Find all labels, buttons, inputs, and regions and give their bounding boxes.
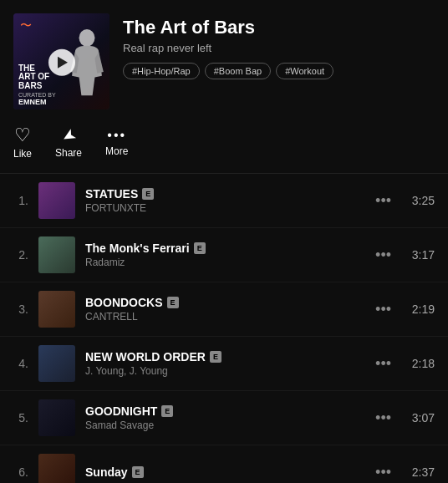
playlist-subtitle: Real rap never left (123, 42, 435, 54)
track-title: The Monk's Ferrari E (85, 242, 359, 255)
track-duration: 3:07 (408, 411, 435, 425)
share-label: Share (55, 147, 82, 159)
explicit-badge: E (132, 466, 144, 478)
explicit-badge: E (142, 188, 154, 200)
more-icon: ••• (107, 129, 126, 142)
track-info: NEW WORLD ORDER E J. Young, J. Young (85, 350, 359, 377)
track-info: BOONDOCKS E CANTRELL (85, 296, 359, 323)
track-number: 1. (13, 194, 28, 207)
play-icon (58, 56, 68, 68)
track-row[interactable]: 6. Sunday E ••• 2:37 (0, 445, 448, 483)
like-label: Like (13, 148, 32, 160)
track-thumbnail (38, 454, 75, 483)
explicit-badge: E (161, 405, 173, 417)
track-row[interactable]: 1. STATUES E FORTUNXTE ••• 3:25 (0, 174, 448, 228)
playlist-title: The Art of Bars (123, 17, 435, 38)
waveform-icon: 〜 (20, 18, 32, 33)
track-artist: FORTUNXTE (85, 202, 359, 214)
track-number: 2. (13, 248, 28, 262)
track-artist: Radamiz (85, 257, 359, 268)
track-info: GOODNIGHT E Samad Savage (85, 404, 359, 431)
track-title: GOODNIGHT E (85, 404, 359, 418)
track-info: The Monk's Ferrari E Radamiz (85, 242, 359, 268)
track-duration: 3:25 (408, 194, 435, 207)
like-button[interactable]: ♡ Like (13, 126, 32, 160)
track-thumbnail (38, 291, 75, 328)
share-icon: ➤ (59, 125, 79, 146)
track-more-button[interactable]: ••• (369, 460, 398, 484)
track-artist: Samad Savage (85, 419, 359, 431)
track-thumbnail (38, 182, 75, 219)
explicit-badge: E (167, 297, 179, 308)
track-number: 4. (13, 357, 28, 370)
track-info: Sunday E (85, 465, 359, 479)
track-duration: 3:17 (408, 248, 435, 262)
track-list: 1. STATUES E FORTUNXTE ••• 3:25 2. The M… (0, 174, 448, 483)
track-number: 6. (13, 465, 28, 479)
tag-item[interactable]: #Boom Bap (205, 63, 271, 79)
track-more-button[interactable]: ••• (369, 243, 398, 267)
explicit-badge: E (194, 242, 206, 254)
album-art: 〜 THEART OFBARS CURATED BY EMNEM (13, 13, 109, 109)
more-button[interactable]: ••• More (105, 129, 128, 157)
track-more-button[interactable]: ••• (369, 297, 398, 322)
track-title: STATUES E (85, 187, 359, 201)
explicit-badge: E (210, 351, 221, 363)
tag-list: #Hip-Hop/Rap#Boom Bap#Workout (123, 63, 435, 79)
track-duration: 2:18 (408, 357, 435, 370)
track-thumbnail (38, 236, 75, 273)
track-more-button[interactable]: ••• (369, 189, 398, 213)
track-number: 3. (13, 303, 28, 316)
track-title: NEW WORLD ORDER E (85, 350, 359, 364)
track-row[interactable]: 2. The Monk's Ferrari E Radamiz ••• 3:17 (0, 228, 448, 282)
track-row[interactable]: 5. GOODNIGHT E Samad Savage ••• 3:07 (0, 391, 448, 445)
track-number: 5. (13, 411, 28, 425)
track-thumbnail (38, 345, 75, 382)
more-label: More (105, 145, 128, 157)
track-row[interactable]: 3. BOONDOCKS E CANTRELL ••• 2:19 (0, 282, 448, 337)
track-title: BOONDOCKS E (85, 296, 359, 309)
header: 〜 THEART OFBARS CURATED BY EMNEM (0, 0, 448, 119)
track-info: STATUES E FORTUNXTE (85, 187, 359, 214)
share-button[interactable]: ➤ Share (55, 127, 82, 159)
track-title: Sunday E (85, 465, 359, 479)
track-more-button[interactable]: ••• (369, 406, 398, 430)
track-artist: J. Young, J. Young (85, 365, 359, 377)
track-duration: 2:37 (408, 465, 435, 479)
track-row[interactable]: 4. NEW WORLD ORDER E J. Young, J. Young … (0, 337, 448, 391)
svg-point-0 (79, 29, 95, 47)
play-button[interactable] (48, 48, 75, 75)
header-info: The Art of Bars Real rap never left #Hip… (123, 13, 435, 79)
track-more-button[interactable]: ••• (369, 352, 398, 376)
tag-item[interactable]: #Hip-Hop/Rap (123, 63, 200, 79)
track-artist: CANTRELL (85, 311, 359, 323)
track-duration: 2:19 (408, 303, 435, 316)
app-container: 〜 THEART OFBARS CURATED BY EMNEM (0, 0, 448, 483)
heart-icon: ♡ (14, 126, 31, 145)
track-thumbnail (38, 399, 75, 436)
action-bar: ♡ Like ➤ Share ••• More (0, 119, 448, 174)
tag-item[interactable]: #Workout (276, 63, 333, 79)
